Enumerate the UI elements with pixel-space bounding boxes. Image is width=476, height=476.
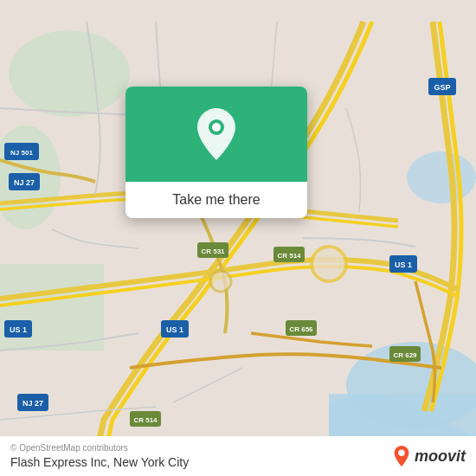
svg-point-6 <box>312 247 346 281</box>
location-pin-icon <box>194 106 239 162</box>
svg-point-5 <box>407 151 476 203</box>
moovit-logo-text: moovit <box>415 447 466 466</box>
svg-text:CR 514: CR 514 <box>277 252 301 260</box>
svg-text:GSP: GSP <box>434 83 450 92</box>
popup-top <box>125 87 307 182</box>
moovit-pin-icon <box>392 445 411 467</box>
svg-point-36 <box>398 450 404 456</box>
moovit-logo: moovit <box>392 445 466 467</box>
svg-text:US 1: US 1 <box>10 325 27 334</box>
svg-text:NJ 27: NJ 27 <box>14 178 35 187</box>
svg-point-7 <box>210 271 231 292</box>
svg-text:NJ 27: NJ 27 <box>23 399 43 408</box>
svg-text:US 1: US 1 <box>395 261 412 269</box>
take-me-there-button[interactable]: Take me there <box>172 192 260 208</box>
map-container: NJ 27 NJ 27 NJ 27 NJ 501 US 1 US 1 US 1 … <box>0 0 476 476</box>
svg-text:CR 629: CR 629 <box>393 351 417 359</box>
map-svg: NJ 27 NJ 27 NJ 27 NJ 501 US 1 US 1 US 1 … <box>0 0 476 476</box>
svg-point-0 <box>9 30 130 117</box>
svg-text:US 1: US 1 <box>166 325 183 334</box>
svg-text:CR 656: CR 656 <box>289 325 313 333</box>
svg-text:NJ 501: NJ 501 <box>10 149 33 157</box>
svg-text:CR 531: CR 531 <box>201 248 225 255</box>
svg-point-35 <box>212 123 221 132</box>
popup-card: Take me there <box>125 87 307 218</box>
svg-text:CR 514: CR 514 <box>133 416 158 424</box>
popup-bottom: Take me there <box>125 182 307 218</box>
